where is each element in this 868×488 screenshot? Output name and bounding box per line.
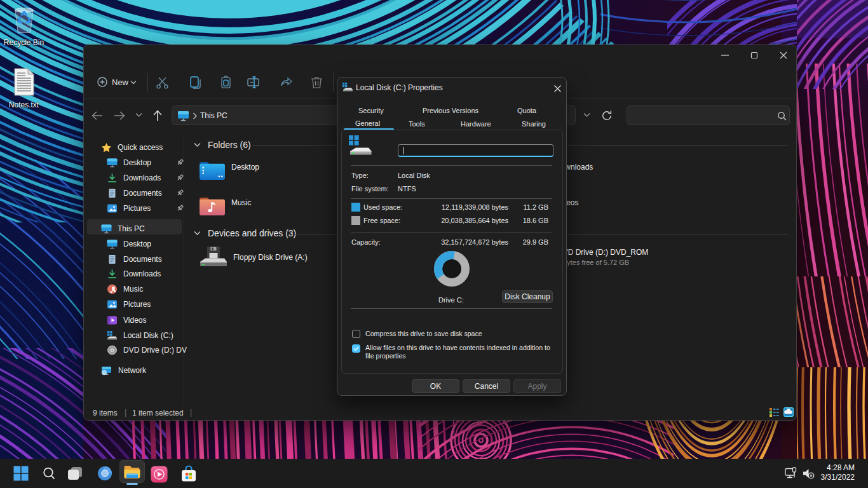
svg-text:New: New xyxy=(112,78,129,87)
